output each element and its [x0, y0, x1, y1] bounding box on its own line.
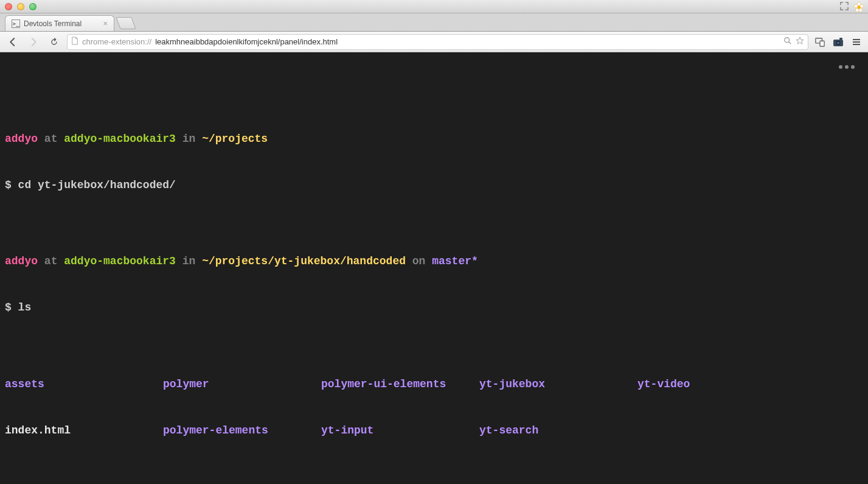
address-bar[interactable]: chrome-extension://leakmhneaibbdapdoienl…	[67, 34, 808, 50]
menu-icon[interactable]	[850, 35, 863, 49]
url-scheme: chrome-extension://	[82, 37, 151, 46]
browser-toolbar: chrome-extension://leakmhneaibbdapdoienl…	[0, 32, 868, 52]
back-button[interactable]	[5, 34, 21, 50]
close-window-button[interactable]	[5, 3, 12, 10]
svg-point-6	[785, 38, 790, 43]
overflow-menu-icon[interactable]	[836, 61, 855, 73]
tab-title: Devtools Terminal	[24, 19, 82, 28]
command-line: $ ls	[5, 300, 863, 315]
camera-extension-icon[interactable]	[832, 35, 845, 49]
bookmark-star-icon[interactable]	[796, 37, 804, 47]
zoom-window-button[interactable]	[29, 3, 36, 10]
svg-rect-9	[820, 41, 824, 46]
flower-icon	[853, 2, 863, 12]
terminal-panel[interactable]: addyo at addyo-macbookair3 in ~/projects…	[0, 52, 868, 484]
ls-output-row: assetspolymerpolymer-ui-elementsyt-jukeb…	[5, 377, 863, 392]
url-path: leakmhneaibbdapdoienlkifomjceknl/panel/i…	[155, 37, 338, 46]
ls-output-row: index.htmlpolymer-elementsyt-inputyt-sea…	[5, 423, 863, 438]
reload-button[interactable]	[46, 34, 62, 50]
tab-strip: >_ Devtools Terminal ×	[0, 13, 868, 32]
prompt-line: addyo at addyo-macbookair3 in ~/projects	[5, 132, 863, 147]
svg-point-12	[837, 41, 839, 44]
devices-icon[interactable]	[813, 35, 827, 49]
command-line: $ cd yt-jukebox/handcoded/	[5, 178, 863, 193]
search-icon[interactable]	[783, 37, 792, 47]
svg-line-7	[789, 42, 791, 44]
svg-rect-13	[839, 38, 842, 40]
minimize-window-button[interactable]	[17, 3, 24, 10]
traffic-lights	[5, 3, 36, 10]
new-tab-button[interactable]	[116, 17, 136, 29]
browser-tab[interactable]: >_ Devtools Terminal ×	[5, 15, 114, 31]
terminal-favicon-icon: >_	[12, 19, 20, 28]
svg-point-5	[857, 5, 860, 9]
prompt-line: addyo at addyo-macbookair3 in ~/projects…	[5, 254, 863, 269]
page-icon	[71, 37, 78, 47]
window-titlebar	[0, 0, 868, 13]
close-tab-icon[interactable]: ×	[103, 19, 108, 28]
fullscreen-icon[interactable]	[840, 2, 850, 12]
forward-button[interactable]	[26, 34, 41, 50]
